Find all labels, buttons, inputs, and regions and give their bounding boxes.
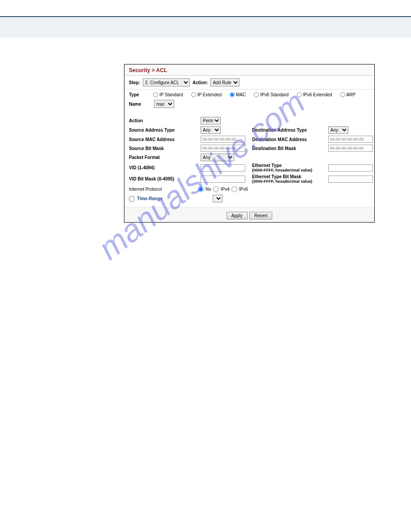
dst-addr-type-select[interactable]: Any: [328, 126, 348, 134]
ip-no-radio[interactable]: [198, 186, 204, 192]
type-ipv6std-radio[interactable]: [254, 92, 259, 97]
time-range-row: Time-Range: [129, 195, 370, 202]
type-ipext-label: IP Extended: [197, 92, 222, 97]
name-row: Name mac: [124, 100, 374, 112]
internet-protocol-row: Internet Protocol No IPv4 IPv6: [129, 186, 370, 192]
ethtype-label: Ethernet Type: [252, 163, 324, 168]
type-ipv6ext-radio[interactable]: [297, 92, 302, 97]
form-area: Action Permit Source Address Type Any De…: [124, 112, 374, 207]
page-header-band: [0, 16, 411, 38]
type-mac-label: MAC: [236, 92, 246, 97]
button-row: Apply Revert: [124, 207, 374, 222]
action-header-select[interactable]: Add Rule: [210, 78, 240, 86]
step-select[interactable]: 2. Configure ACL: [143, 78, 190, 86]
vid-label: VID (1-4094): [129, 165, 196, 170]
step-action-row: Step: 2. Configure ACL Action: Add Rule: [124, 76, 374, 90]
type-ipv6std-label: IPv6 Standard: [260, 92, 288, 97]
src-mac-label: Source MAC Address: [129, 137, 196, 142]
ip-no-label: No: [206, 187, 211, 192]
type-ipext-radio[interactable]: [191, 92, 196, 97]
ip-v6-radio[interactable]: [231, 186, 237, 192]
dst-bitmask-label: Destination Bit Mask: [252, 146, 324, 151]
type-mac-radio[interactable]: [230, 92, 235, 97]
src-mac-input[interactable]: [201, 136, 245, 143]
type-ipstd-label: IP Standard: [159, 92, 183, 97]
ethtype-bitmask-label: Ethernet Type Bit Mask: [252, 174, 324, 179]
packet-format-label: Packet Format: [129, 155, 196, 160]
type-arp-label: ARP: [347, 92, 356, 97]
ethtype-hint: (0000-FFFF, hexadecimal value): [252, 168, 324, 172]
time-range-label: Time-Range: [137, 196, 163, 201]
ip-v4-radio[interactable]: [213, 186, 219, 192]
apply-button[interactable]: Apply: [227, 212, 248, 219]
acl-config-panel: Security > ACL Step: 2. Configure ACL Ac…: [124, 64, 375, 223]
dst-bitmask-input[interactable]: [328, 145, 373, 152]
vid-input[interactable]: [201, 164, 245, 172]
ethtype-input[interactable]: [328, 164, 373, 172]
src-addr-type-label: Source Address Type: [129, 128, 196, 133]
breadcrumb: Security > ACL: [124, 64, 374, 76]
type-row: Type IP Standard IP Extended MAC IPv6 St…: [124, 90, 374, 100]
type-label: Type: [129, 92, 151, 97]
ip-v4-label: IPv4: [221, 187, 230, 192]
action-field-label: Action: [129, 118, 196, 123]
time-range-select[interactable]: [213, 195, 223, 202]
dst-addr-type-label: Destination Address Type: [252, 128, 324, 133]
type-ipv6ext-label: IPv6 Extended: [303, 92, 332, 97]
dst-mac-input[interactable]: [328, 136, 373, 143]
src-addr-type-select[interactable]: Any: [201, 126, 221, 134]
step-label: Step:: [129, 80, 140, 85]
packet-format-select[interactable]: Any: [201, 154, 234, 161]
action-field-select[interactable]: Permit: [201, 117, 221, 124]
ethtype-bitmask-input[interactable]: [328, 176, 373, 183]
name-select[interactable]: mac: [154, 100, 174, 108]
vid-bitmask-label: VID Bit Mask (0-4095): [129, 176, 196, 181]
dst-mac-label: Destination MAC Address: [252, 137, 324, 142]
vid-bitmask-input[interactable]: [201, 176, 245, 183]
ip-v6-label: IPv6: [239, 187, 248, 192]
src-bitmask-label: Source Bit Mask: [129, 146, 196, 151]
action-label: Action:: [193, 80, 208, 85]
revert-button[interactable]: Revert: [249, 212, 272, 219]
src-bitmask-input[interactable]: [201, 145, 245, 152]
time-range-checkbox[interactable]: [129, 196, 134, 202]
type-arp-radio[interactable]: [340, 92, 345, 97]
ip-label: Internet Protocol: [129, 187, 196, 192]
name-label: Name: [129, 102, 151, 107]
type-ipstd-radio[interactable]: [153, 92, 158, 97]
ethtype-bitmask-hint: (0000-FFFF, hexadecimal value): [252, 179, 324, 184]
